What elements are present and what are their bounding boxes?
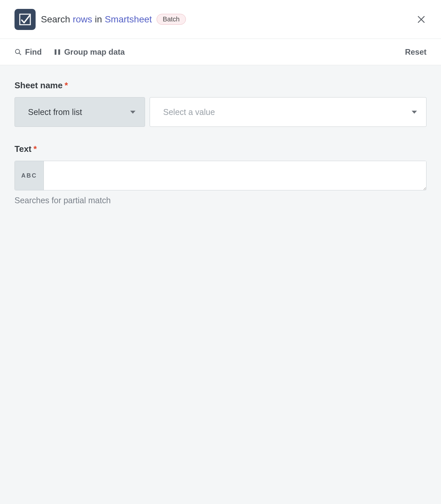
text-type-badge: ABC [15, 161, 44, 190]
sheet-mode-value: Select from list [28, 107, 82, 117]
chevron-down-icon [412, 111, 417, 114]
close-button[interactable] [416, 14, 426, 25]
chevron-down-icon [130, 111, 135, 114]
checkmark-icon [18, 13, 32, 26]
svg-line-2 [19, 53, 21, 55]
dialog-header: Search rows in Smartsheet Batch [0, 0, 441, 39]
sheet-value-select[interactable]: Select a value [150, 97, 426, 127]
smartsheet-app-icon [15, 9, 36, 30]
text-input[interactable] [44, 161, 426, 190]
title-prefix: Search [41, 14, 70, 25]
form-area: Sheet name * Select from list Select a v… [0, 65, 441, 504]
text-help: Searches for partial match [15, 196, 426, 205]
batch-badge: Batch [157, 14, 186, 25]
dialog-title: Search rows in Smartsheet Batch [41, 14, 186, 25]
required-asterisk: * [34, 144, 37, 154]
title-rows-link[interactable]: rows [73, 14, 92, 25]
search-icon [15, 48, 22, 56]
sheet-value-placeholder: Select a value [163, 107, 215, 117]
reset-button[interactable]: Reset [405, 47, 426, 57]
reset-label: Reset [405, 47, 426, 57]
sheet-name-label: Sheet name * [15, 80, 426, 91]
close-icon [417, 15, 425, 23]
find-button[interactable]: Find [15, 47, 42, 57]
required-asterisk: * [65, 80, 68, 91]
find-label: Find [25, 47, 42, 57]
svg-rect-3 [54, 49, 56, 55]
group-icon [54, 48, 61, 56]
svg-rect-4 [58, 49, 60, 55]
group-label: Group map data [64, 47, 125, 57]
sheet-name-field: Sheet name * Select from list Select a v… [15, 80, 426, 127]
group-map-data-button[interactable]: Group map data [54, 47, 125, 57]
text-field: Text * ABC Searches for partial match [15, 144, 426, 205]
toolbar: Find Group map data Reset [0, 39, 441, 65]
title-app-link[interactable]: Smartsheet [105, 14, 152, 25]
text-input-row: ABC [15, 161, 426, 190]
title-in: in [95, 14, 102, 25]
sheet-mode-select[interactable]: Select from list [15, 97, 145, 127]
text-label: Text * [15, 144, 426, 154]
sheet-name-label-text: Sheet name [15, 80, 63, 91]
text-label-text: Text [15, 144, 32, 154]
